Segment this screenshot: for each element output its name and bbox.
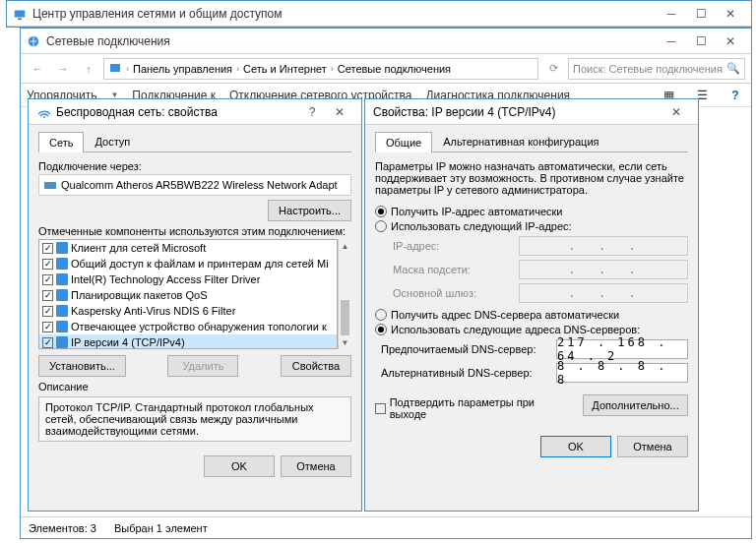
minimize-button[interactable]: ─ <box>657 4 686 24</box>
breadcrumb-icon <box>108 61 122 77</box>
radio-dns-auto[interactable]: Получить адрес DNS-сервера автоматически <box>375 309 688 321</box>
minimize-button[interactable]: ─ <box>657 31 686 51</box>
dialog-titlebar: Беспроводная сеть: свойства ? ✕ <box>29 99 361 125</box>
tab-general[interactable]: Общие <box>375 132 432 152</box>
back-button[interactable]: ← <box>27 58 48 80</box>
description-text: Протокол TCP/IP. Стандартный протокол гл… <box>38 396 351 442</box>
ok-button[interactable]: OK <box>204 455 275 477</box>
list-item[interactable]: ✓IP версии 4 (TCP/IPv4) <box>39 334 337 349</box>
checkbox[interactable]: ✓ <box>42 306 53 317</box>
breadcrumb-item[interactable]: Панель управления <box>133 63 232 75</box>
help-button[interactable]: ? <box>298 102 326 122</box>
component-icon <box>56 273 68 285</box>
dialog-adapter-properties: Беспроводная сеть: свойства ? ✕ Сеть Дос… <box>28 98 362 512</box>
checkbox[interactable]: ✓ <box>42 259 53 270</box>
gateway-label: Основной шлюз: <box>393 287 511 299</box>
close-button[interactable]: ✕ <box>716 4 745 24</box>
dialog-titlebar: Свойства: IP версии 4 (TCP/IPv4) ✕ <box>365 99 698 125</box>
svg-rect-1 <box>18 18 22 20</box>
description-text: Параметры IP можно назначать автоматичес… <box>375 160 688 196</box>
component-icon <box>56 321 68 332</box>
tab-alternate[interactable]: Альтернативная конфигурация <box>432 131 609 151</box>
dns-alternate-label: Альтернативный DNS-сервер: <box>381 367 548 379</box>
adapter-field: Qualcomm Atheros AR5BWB222 Wireless Netw… <box>38 174 351 196</box>
gateway-field: . . . <box>519 283 688 303</box>
svg-rect-3 <box>110 64 120 72</box>
checkbox[interactable]: ✓ <box>42 274 53 285</box>
refresh-button[interactable]: ⟳ <box>542 58 564 80</box>
chevron-right-icon: › <box>331 64 334 74</box>
window-title: Центр управления сетями и общим доступом <box>32 7 657 21</box>
forward-button[interactable]: → <box>52 58 74 80</box>
radio-icon <box>375 220 387 232</box>
component-icon <box>56 289 68 301</box>
window-network-center: Центр управления сетями и общим доступом… <box>6 0 752 28</box>
components-list[interactable]: ✓Клиент для сетей Microsoft ✓Общий досту… <box>38 239 338 349</box>
list-item[interactable]: ✓Общий доступ к файлам и принтерам для с… <box>39 256 337 272</box>
maximize-button[interactable]: ☐ <box>686 31 716 51</box>
remove-button[interactable]: Удалить <box>167 355 238 377</box>
properties-button[interactable]: Свойства <box>281 355 351 377</box>
checkbox[interactable]: ✓ <box>42 322 53 332</box>
checkbox-icon <box>375 403 386 414</box>
cancel-button[interactable]: Отмена <box>617 436 688 457</box>
radio-ip-manual[interactable]: Использовать следующий IP-адрес: <box>375 220 688 232</box>
subnet-mask-field: . . . <box>519 260 688 279</box>
dns-alternate-field[interactable]: 8 . 8 . 8 . 8 <box>556 363 688 383</box>
tab-network[interactable]: Сеть <box>38 132 84 152</box>
breadcrumb-item[interactable]: Сетевые подключения <box>338 63 451 75</box>
checkbox[interactable]: ✓ <box>42 243 53 254</box>
search-icon: 🔍 <box>726 62 740 75</box>
checkbox[interactable]: ✓ <box>42 290 53 301</box>
list-item[interactable]: ✓Kaspersky Anti-Virus NDIS 6 Filter <box>39 303 337 319</box>
list-item[interactable]: ✓Отвечающее устройство обнаружения топол… <box>39 319 337 334</box>
connection-label: Подключение через: <box>38 160 351 172</box>
component-icon <box>56 336 68 348</box>
list-item[interactable]: ✓Клиент для сетей Microsoft <box>39 240 337 256</box>
component-icon <box>56 242 68 254</box>
radio-dns-manual[interactable]: Использовать следующие адреса DNS-сервер… <box>375 324 688 335</box>
dns-preferred-label: Предпочитаемый DNS-сервер: <box>381 343 548 355</box>
dialog-title: Беспроводная сеть: свойства <box>56 105 298 119</box>
up-button[interactable]: ↑ <box>78 58 99 80</box>
close-button[interactable]: ✕ <box>662 102 690 122</box>
adapter-icon <box>43 178 57 192</box>
address-toolbar: ← → ↑ › Панель управления › Сеть и Интер… <box>21 54 751 84</box>
search-input[interactable]: Поиск: Сетевые подключения 🔍 <box>568 58 745 80</box>
status-bar: Элементов: 3 Выбран 1 элемент <box>21 516 751 538</box>
confirm-on-exit-checkbox[interactable]: Подтвердить параметры при выходе <box>375 396 567 420</box>
ok-button[interactable]: OK <box>540 436 611 457</box>
maximize-button[interactable]: ☐ <box>686 4 716 24</box>
cancel-button[interactable]: Отмена <box>281 455 351 477</box>
description-title: Описание <box>38 381 351 392</box>
scrollbar[interactable]: ▲ ▼ <box>338 239 351 349</box>
scroll-down-icon[interactable]: ▼ <box>339 335 351 349</box>
titlebar-main: Центр управления сетями и общим доступом… <box>7 1 751 27</box>
svg-rect-0 <box>15 10 26 17</box>
close-button[interactable]: ✕ <box>326 102 353 122</box>
components-label: Отмеченные компоненты используются этим … <box>38 225 351 237</box>
dialog-ipv4-properties: Свойства: IP версии 4 (TCP/IPv4) ✕ Общие… <box>364 98 699 512</box>
install-button[interactable]: Установить... <box>38 355 126 377</box>
list-item[interactable]: ✓Планировщик пакетов QoS <box>39 287 337 303</box>
dns-preferred-field[interactable]: 217 . 168 . 64 . 2 <box>556 339 688 359</box>
scroll-thumb[interactable] <box>341 300 349 335</box>
list-item[interactable]: ✓Intel(R) Technology Access Filter Drive… <box>39 272 337 287</box>
status-selected: Выбран 1 элемент <box>114 522 208 534</box>
breadcrumb-item[interactable]: Сеть и Интернет <box>243 63 327 75</box>
advanced-button[interactable]: Дополнительно... <box>583 394 688 416</box>
close-button[interactable]: ✕ <box>716 31 745 51</box>
breadcrumb[interactable]: › Панель управления › Сеть и Интернет › … <box>103 58 538 80</box>
scroll-up-icon[interactable]: ▲ <box>339 239 351 253</box>
svg-point-4 <box>43 116 45 118</box>
tabs: Сеть Доступ <box>38 131 351 152</box>
svg-rect-5 <box>44 182 56 189</box>
status-count: Элементов: 3 <box>29 522 96 534</box>
network-icon <box>27 34 40 48</box>
tab-access[interactable]: Доступ <box>84 131 141 151</box>
radio-ip-auto[interactable]: Получить IP-адрес автоматически <box>375 206 688 217</box>
configure-button[interactable]: Настроить... <box>268 200 351 221</box>
help-button[interactable]: ? <box>725 86 745 105</box>
checkbox[interactable]: ✓ <box>42 337 53 348</box>
subnet-mask-label: Маска подсети: <box>393 264 511 275</box>
